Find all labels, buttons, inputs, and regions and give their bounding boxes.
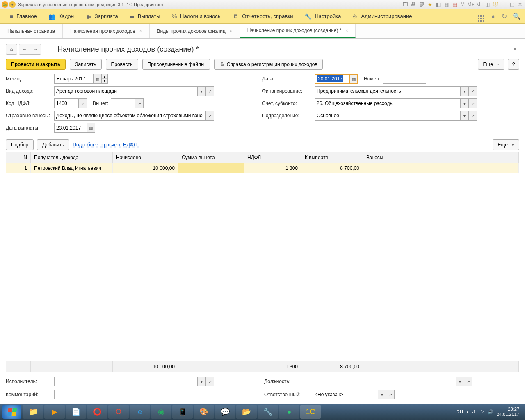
- m-minus-icon[interactable]: M-: [476, 1, 482, 8]
- write-button[interactable]: Записать: [70, 59, 101, 70]
- grid-body[interactable]: 1 Петровский Влад Игнатьевич 10 000,00 1…: [6, 163, 519, 361]
- tab-close-icon[interactable]: ×: [230, 29, 232, 33]
- ndfl-code-field[interactable]: [54, 98, 79, 108]
- col-accrued[interactable]: Начислено: [113, 152, 178, 163]
- taskbar-app[interactable]: ▶: [44, 405, 65, 419]
- taskbar-app[interactable]: 📱: [172, 405, 193, 419]
- open-icon[interactable]: ↗: [469, 86, 477, 96]
- tray-flag-icon[interactable]: 🏳: [480, 409, 484, 414]
- tray-lang[interactable]: RU: [457, 409, 463, 414]
- open-icon[interactable]: ↗: [79, 98, 87, 108]
- titlebar-icon[interactable]: 🗔: [402, 1, 409, 8]
- col-ndfl[interactable]: НДФЛ: [244, 152, 301, 163]
- dropdown-icon[interactable]: ▾: [461, 86, 469, 96]
- tab-create-accrual[interactable]: Начисление прочих доходов (создание) *×: [240, 24, 356, 38]
- comment-field[interactable]: [54, 390, 214, 399]
- col-deduction[interactable]: Сумма вычета: [178, 152, 244, 163]
- menu-payments[interactable]: ≣Выплаты: [124, 9, 166, 23]
- star-icon[interactable]: ★: [427, 1, 433, 8]
- select-button[interactable]: Подбор: [6, 139, 34, 150]
- more-button[interactable]: Еще: [478, 59, 504, 70]
- tray-icon[interactable]: 🖧: [472, 409, 477, 414]
- open-icon[interactable]: ↗: [386, 390, 395, 399]
- close-icon[interactable]: ✕: [517, 1, 523, 8]
- attached-files-button[interactable]: Присоединенные файлы: [142, 59, 210, 70]
- search-icon[interactable]: 🔍: [513, 12, 521, 20]
- open-icon[interactable]: ↗: [206, 86, 214, 96]
- taskbar-app[interactable]: 🔧: [258, 405, 278, 419]
- table-more-button[interactable]: Еще: [493, 139, 519, 150]
- month-spinner[interactable]: ▲▼: [102, 74, 108, 84]
- tab-home[interactable]: Начальная страница: [0, 24, 63, 38]
- taskbar-app[interactable]: 🎨: [194, 405, 214, 419]
- col-payout[interactable]: К выплате: [301, 152, 363, 163]
- open-icon[interactable]: ↗: [464, 377, 472, 386]
- account-field[interactable]: [315, 98, 461, 108]
- home-button[interactable]: ⌂: [6, 44, 17, 55]
- taskbar-app[interactable]: 💬: [215, 405, 235, 419]
- maximize-icon[interactable]: ▢: [509, 1, 515, 8]
- tab-income-types[interactable]: Виды прочих доходов физлиц×: [150, 24, 240, 38]
- start-button[interactable]: [2, 405, 21, 419]
- titlebar-icon[interactable]: 🖶: [410, 1, 417, 8]
- taskbar-app[interactable]: O: [108, 405, 129, 419]
- ndfl-details-link[interactable]: Подробнее о расчете НДФЛ...: [73, 142, 141, 148]
- menu-admin[interactable]: ⚙Администрирование: [347, 9, 418, 23]
- dropdown-icon[interactable]: ▾: [461, 111, 469, 121]
- deduction-field[interactable]: [111, 98, 135, 108]
- tab-close-icon[interactable]: ×: [345, 28, 348, 33]
- taskbar-app[interactable]: 📂: [236, 405, 257, 419]
- taskbar-app[interactable]: ⭕: [87, 405, 107, 419]
- tray-icon[interactable]: ▴: [466, 409, 469, 415]
- taskbar-app[interactable]: 📄: [66, 405, 86, 419]
- open-icon[interactable]: ↗: [469, 98, 477, 108]
- forward-button[interactable]: →: [30, 44, 41, 54]
- responsible-field[interactable]: [313, 390, 378, 399]
- col-contrib[interactable]: Взносы: [363, 152, 519, 163]
- help-button[interactable]: ?: [508, 59, 519, 70]
- tab-close-icon[interactable]: ×: [139, 29, 142, 33]
- open-icon[interactable]: ↗: [135, 98, 144, 108]
- position-field[interactable]: [313, 377, 456, 386]
- open-icon[interactable]: ↗: [206, 111, 214, 121]
- open-icon[interactable]: ↗: [206, 377, 214, 386]
- financing-field[interactable]: [315, 86, 461, 96]
- titlebar-icon[interactable]: 🗐: [418, 1, 425, 8]
- back-button[interactable]: ←: [19, 44, 30, 54]
- dropdown-icon[interactable]: ▾: [198, 86, 206, 96]
- m-plus-icon[interactable]: M+: [468, 1, 474, 8]
- dropdown-icon[interactable]: ▾: [198, 377, 206, 386]
- favorite-icon[interactable]: ★: [490, 12, 496, 20]
- titlebar-icon[interactable]: ▦: [443, 1, 450, 8]
- menu-settings[interactable]: 🔧Настройка: [299, 9, 347, 23]
- month-field[interactable]: [54, 74, 94, 84]
- insurance-field[interactable]: [54, 111, 206, 121]
- date-field[interactable]: 20.01.2017: [315, 74, 350, 84]
- open-icon[interactable]: ↗: [469, 111, 477, 121]
- apps-icon[interactable]: [478, 11, 484, 22]
- taskbar-app[interactable]: ◉: [151, 405, 171, 419]
- number-field[interactable]: [383, 74, 426, 84]
- info-icon[interactable]: ⓘ: [492, 1, 499, 8]
- menu-main[interactable]: ≡Главное: [4, 9, 43, 23]
- taskbar-app[interactable]: ●: [279, 405, 299, 419]
- dropdown-icon[interactable]: ▾: [9, 1, 16, 8]
- tray-volume-icon[interactable]: 🔊: [488, 409, 493, 415]
- post-button[interactable]: Провести: [106, 59, 138, 70]
- col-recipient[interactable]: Получатель дохода: [31, 152, 113, 163]
- dropdown-icon[interactable]: ▾: [461, 98, 469, 108]
- taskbar-app[interactable]: 📁: [23, 405, 43, 419]
- taskbar-app-1c[interactable]: 1C: [300, 405, 321, 419]
- history-icon[interactable]: ↻: [502, 12, 507, 20]
- calendar-icon[interactable]: ▦: [451, 1, 458, 8]
- menu-reports[interactable]: 🗎Отчетность, справки: [227, 9, 299, 23]
- col-n[interactable]: N: [6, 152, 31, 163]
- taskbar-app[interactable]: e: [130, 405, 150, 419]
- m-icon[interactable]: M: [459, 1, 466, 8]
- menu-salary[interactable]: ▦Зарплата: [80, 9, 124, 23]
- date-picker-icon[interactable]: ▦: [350, 74, 358, 84]
- close-page-icon[interactable]: ×: [511, 46, 519, 53]
- dropdown-icon[interactable]: ▾: [456, 377, 464, 386]
- titlebar-icon[interactable]: ◧: [435, 1, 441, 8]
- income-type-field[interactable]: [54, 86, 198, 96]
